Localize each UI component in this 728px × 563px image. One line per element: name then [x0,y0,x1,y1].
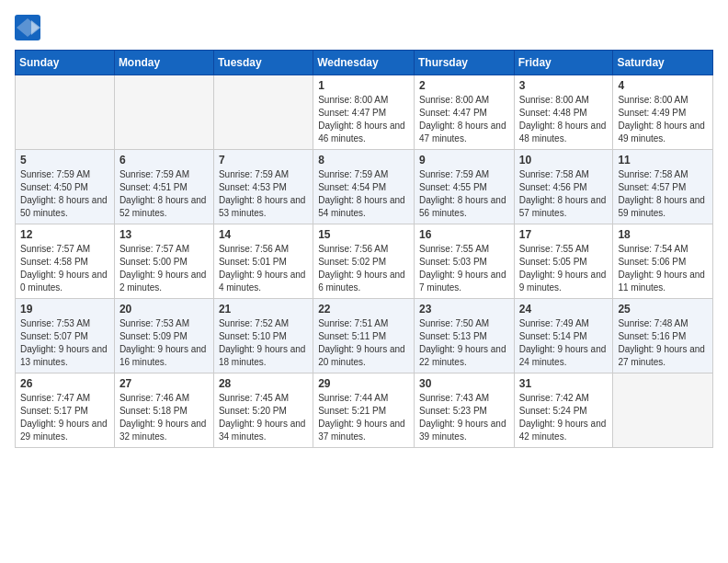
day-number: 5 [20,154,109,167]
calendar-cell: 17Sunrise: 7:55 AM Sunset: 5:05 PM Dayli… [514,224,613,299]
calendar-cell: 21Sunrise: 7:52 AM Sunset: 5:10 PM Dayli… [213,299,313,373]
day-header-tuesday: Tuesday [213,51,313,75]
day-number: 4 [618,79,708,92]
day-number: 14 [219,228,308,241]
day-number: 1 [318,79,409,92]
calendar-cell: 9Sunrise: 7:59 AM Sunset: 4:55 PM Daylig… [414,150,514,224]
day-info: Sunrise: 7:58 AM Sunset: 4:56 PM Dayligh… [519,168,609,220]
calendar-cell [613,373,713,448]
day-info: Sunrise: 7:51 AM Sunset: 5:11 PM Dayligh… [318,317,409,369]
calendar-cell: 23Sunrise: 7:50 AM Sunset: 5:13 PM Dayli… [414,299,514,373]
day-info: Sunrise: 7:43 AM Sunset: 5:23 PM Dayligh… [419,392,509,443]
day-number: 23 [419,303,509,316]
calendar-cell: 1Sunrise: 8:00 AM Sunset: 4:47 PM Daylig… [313,75,415,150]
day-header-thursday: Thursday [414,51,514,75]
day-info: Sunrise: 7:47 AM Sunset: 5:17 PM Dayligh… [20,392,109,443]
day-info: Sunrise: 7:56 AM Sunset: 5:02 PM Dayligh… [318,243,409,294]
day-number: 17 [519,228,609,241]
calendar-cell [16,75,115,150]
calendar-cell: 10Sunrise: 7:58 AM Sunset: 4:56 PM Dayli… [514,150,613,224]
day-info: Sunrise: 7:57 AM Sunset: 5:00 PM Dayligh… [119,243,209,294]
day-number: 3 [519,79,609,92]
day-info: Sunrise: 7:54 AM Sunset: 5:06 PM Dayligh… [618,243,708,294]
logo-icon [15,15,40,40]
calendar-cell: 6Sunrise: 7:59 AM Sunset: 4:51 PM Daylig… [114,150,213,224]
day-info: Sunrise: 7:44 AM Sunset: 5:21 PM Dayligh… [318,392,409,443]
calendar-cell: 15Sunrise: 7:56 AM Sunset: 5:02 PM Dayli… [313,224,415,299]
day-number: 25 [618,303,708,316]
calendar-cell: 26Sunrise: 7:47 AM Sunset: 5:17 PM Dayli… [16,373,115,448]
day-number: 11 [618,154,708,167]
day-info: Sunrise: 7:58 AM Sunset: 4:57 PM Dayligh… [618,168,708,220]
day-info: Sunrise: 7:53 AM Sunset: 5:07 PM Dayligh… [20,317,109,369]
calendar-body: 1Sunrise: 8:00 AM Sunset: 4:47 PM Daylig… [16,75,713,448]
day-info: Sunrise: 7:59 AM Sunset: 4:53 PM Dayligh… [219,168,308,220]
day-number: 20 [119,303,209,316]
day-header-saturday: Saturday [613,51,713,75]
calendar-header: SundayMondayTuesdayWednesdayThursdayFrid… [16,51,713,75]
calendar-cell: 20Sunrise: 7:53 AM Sunset: 5:09 PM Dayli… [114,299,213,373]
day-info: Sunrise: 7:49 AM Sunset: 5:14 PM Dayligh… [519,317,609,369]
calendar-cell: 28Sunrise: 7:45 AM Sunset: 5:20 PM Dayli… [213,373,313,448]
day-number: 31 [519,377,609,390]
day-header-friday: Friday [514,51,613,75]
week-row-5: 26Sunrise: 7:47 AM Sunset: 5:17 PM Dayli… [16,373,713,448]
day-info: Sunrise: 8:00 AM Sunset: 4:49 PM Dayligh… [618,94,708,145]
calendar-cell: 11Sunrise: 7:58 AM Sunset: 4:57 PM Dayli… [613,150,713,224]
day-info: Sunrise: 8:00 AM Sunset: 4:48 PM Dayligh… [519,94,609,145]
calendar-cell: 24Sunrise: 7:49 AM Sunset: 5:14 PM Dayli… [514,299,613,373]
day-number: 18 [618,228,708,241]
calendar-cell: 12Sunrise: 7:57 AM Sunset: 4:58 PM Dayli… [16,224,115,299]
day-info: Sunrise: 7:55 AM Sunset: 5:03 PM Dayligh… [419,243,509,294]
day-number: 6 [119,154,209,167]
day-number: 16 [419,228,509,241]
day-number: 27 [119,377,209,390]
day-info: Sunrise: 7:59 AM Sunset: 4:50 PM Dayligh… [20,168,109,220]
day-number: 7 [219,154,308,167]
day-info: Sunrise: 7:48 AM Sunset: 5:16 PM Dayligh… [618,317,708,369]
day-info: Sunrise: 7:53 AM Sunset: 5:09 PM Dayligh… [119,317,209,369]
calendar-cell: 4Sunrise: 8:00 AM Sunset: 4:49 PM Daylig… [613,75,713,150]
calendar-cell: 16Sunrise: 7:55 AM Sunset: 5:03 PM Dayli… [414,224,514,299]
calendar-cell: 19Sunrise: 7:53 AM Sunset: 5:07 PM Dayli… [16,299,115,373]
day-info: Sunrise: 7:57 AM Sunset: 4:58 PM Dayligh… [20,243,109,294]
day-info: Sunrise: 7:45 AM Sunset: 5:20 PM Dayligh… [219,392,308,443]
calendar-cell: 29Sunrise: 7:44 AM Sunset: 5:21 PM Dayli… [313,373,415,448]
day-info: Sunrise: 7:52 AM Sunset: 5:10 PM Dayligh… [219,317,308,369]
calendar-cell: 30Sunrise: 7:43 AM Sunset: 5:23 PM Dayli… [414,373,514,448]
day-number: 30 [419,377,509,390]
calendar-cell: 3Sunrise: 8:00 AM Sunset: 4:48 PM Daylig… [514,75,613,150]
day-number: 21 [219,303,308,316]
day-info: Sunrise: 8:00 AM Sunset: 4:47 PM Dayligh… [318,94,409,145]
day-info: Sunrise: 7:56 AM Sunset: 5:01 PM Dayligh… [219,243,308,294]
calendar-table: SundayMondayTuesdayWednesdayThursdayFrid… [15,50,713,448]
day-info: Sunrise: 7:42 AM Sunset: 5:24 PM Dayligh… [519,392,609,443]
day-number: 19 [20,303,109,316]
day-number: 9 [419,154,509,167]
calendar-cell: 22Sunrise: 7:51 AM Sunset: 5:11 PM Dayli… [313,299,415,373]
calendar-cell: 27Sunrise: 7:46 AM Sunset: 5:18 PM Dayli… [114,373,213,448]
day-number: 10 [519,154,609,167]
header-row: SundayMondayTuesdayWednesdayThursdayFrid… [16,51,713,75]
day-info: Sunrise: 7:50 AM Sunset: 5:13 PM Dayligh… [419,317,509,369]
calendar-cell: 2Sunrise: 8:00 AM Sunset: 4:47 PM Daylig… [414,75,514,150]
day-number: 26 [20,377,109,390]
day-info: Sunrise: 7:59 AM Sunset: 4:51 PM Dayligh… [119,168,209,220]
calendar-cell [213,75,313,150]
calendar-cell: 25Sunrise: 7:48 AM Sunset: 5:16 PM Dayli… [613,299,713,373]
calendar-cell: 5Sunrise: 7:59 AM Sunset: 4:50 PM Daylig… [16,150,115,224]
calendar-cell: 14Sunrise: 7:56 AM Sunset: 5:01 PM Dayli… [213,224,313,299]
day-header-sunday: Sunday [16,51,115,75]
day-number: 24 [519,303,609,316]
day-number: 29 [318,377,409,390]
week-row-2: 5Sunrise: 7:59 AM Sunset: 4:50 PM Daylig… [16,150,713,224]
week-row-3: 12Sunrise: 7:57 AM Sunset: 4:58 PM Dayli… [16,224,713,299]
calendar-cell: 8Sunrise: 7:59 AM Sunset: 4:54 PM Daylig… [313,150,415,224]
day-info: Sunrise: 7:55 AM Sunset: 5:05 PM Dayligh… [519,243,609,294]
day-number: 12 [20,228,109,241]
day-number: 22 [318,303,409,316]
calendar-cell [114,75,213,150]
day-header-monday: Monday [114,51,213,75]
calendar-cell: 31Sunrise: 7:42 AM Sunset: 5:24 PM Dayli… [514,373,613,448]
page-header [15,15,713,40]
